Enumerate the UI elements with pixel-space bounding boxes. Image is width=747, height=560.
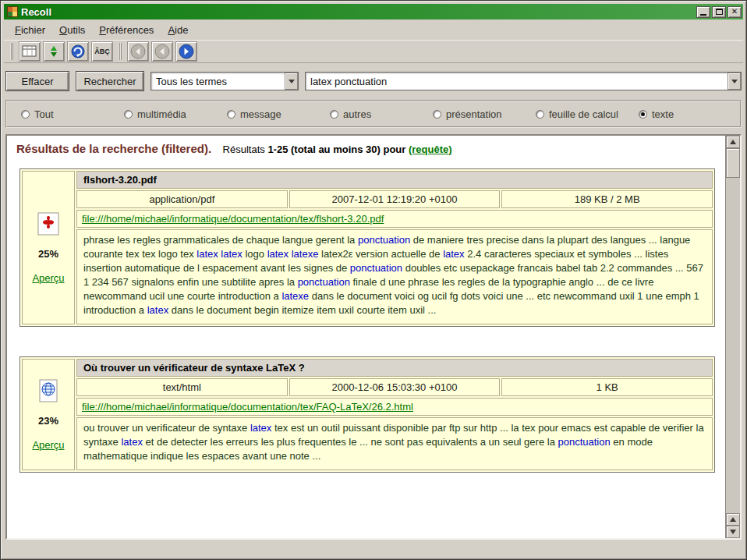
- term-explorer-button[interactable]: ÂBÇ: [91, 41, 113, 62]
- forward-arrow-icon: [179, 44, 194, 59]
- minimize-icon: [700, 14, 706, 16]
- preview-link[interactable]: Aperçu: [32, 272, 64, 284]
- filter-feuille-de-calcul[interactable]: feuille de calcul: [536, 108, 639, 120]
- search-button[interactable]: Rechercher: [76, 71, 144, 91]
- maximize-icon: [716, 9, 723, 15]
- filter-presentation[interactable]: présentation: [433, 108, 536, 120]
- previous-page-button[interactable]: [151, 41, 173, 62]
- search-query-input[interactable]: [306, 76, 728, 87]
- history-globe-icon: [71, 44, 85, 58]
- result-2-main: Où trouver un vérificateur de syntaxe La…: [76, 359, 713, 470]
- scrollbar-thumb[interactable]: [726, 148, 740, 178]
- menu-preferences[interactable]: Préférences: [93, 23, 160, 37]
- document-url-link[interactable]: file:///home/michael/informatique/docume…: [82, 401, 413, 413]
- filter-texte[interactable]: texte: [639, 108, 674, 120]
- result-item-1: 25% Aperçu flshort-3.20.pdf application/…: [19, 168, 715, 327]
- menu-aide[interactable]: Aide: [161, 23, 194, 37]
- search-mode-combobox[interactable]: Tous les termes: [150, 72, 299, 90]
- back-arrow-icon-2: [154, 44, 170, 59]
- menu-fichier[interactable]: Fichier: [9, 23, 51, 37]
- back-arrow-icon: [130, 44, 146, 59]
- radio-icon: [227, 110, 235, 119]
- radio-icon: [536, 110, 544, 119]
- result-url-row: file:///home/michael/informatique/docume…: [76, 210, 713, 228]
- date-modified: 2000-12-06 15:03:30 +0100: [289, 378, 501, 396]
- window-title: Recoll: [21, 6, 695, 18]
- results-area: Résultats de la recherche (filtered). Ré…: [5, 134, 742, 540]
- mime-type: text/html: [76, 378, 288, 396]
- result-snippet: phrase les regles grammaticales de chaqu…: [76, 229, 713, 324]
- toolbar-handle: [10, 43, 13, 60]
- close-button[interactable]: ✕: [728, 6, 742, 18]
- clear-button[interactable]: Effacer: [5, 71, 69, 91]
- radio-icon: [639, 110, 647, 119]
- chevron-down-icon: [731, 80, 738, 83]
- spell-abc-icon: ÂBÇ: [94, 48, 110, 55]
- result-1-main: flshort-3.20.pdf application/pdf 2007-12…: [76, 171, 713, 324]
- mime-type: application/pdf: [76, 190, 288, 208]
- result-meta-row: application/pdf 2007-12-01 12:19:20 +010…: [76, 190, 713, 208]
- result-meta-row: text/html 2000-12-06 15:03:30 +0100 1 KB: [76, 378, 713, 396]
- search-mode-dropdown-button[interactable]: [285, 73, 298, 90]
- filter-message[interactable]: message: [227, 108, 330, 120]
- result-url-row: file:///home/michael/informatique/docume…: [76, 398, 713, 416]
- recoll-window: Recoll ✕ Fichier Outils Préférences Aide…: [0, 0, 747, 560]
- query-details-link[interactable]: (requête): [409, 144, 452, 155]
- pdf-icon: [37, 212, 59, 236]
- first-page-button[interactable]: [127, 41, 149, 62]
- sort-arrows-icon: [47, 44, 61, 58]
- arrow-down-icon: [730, 530, 736, 534]
- result-2-doc-cell: 23% Aperçu: [22, 359, 75, 470]
- arrow-up-icon: [730, 517, 736, 522]
- results-header: Résultats de la recherche (filtered). Ré…: [13, 140, 724, 161]
- relevance-percent: 23%: [38, 415, 58, 427]
- result-snippet: ou trouver un verificateur de syntaxe la…: [76, 417, 713, 470]
- scroll-up-button-bottom[interactable]: [726, 513, 740, 526]
- relevance-percent: 25%: [38, 248, 58, 260]
- search-mode-value: Tous les termes: [151, 76, 285, 87]
- filter-tout[interactable]: Tout: [21, 108, 124, 120]
- sort-results-button[interactable]: [43, 41, 65, 62]
- document-url-link[interactable]: file:///home/michael/informatique/docume…: [82, 213, 384, 225]
- preview-link[interactable]: Aperçu: [32, 439, 64, 451]
- status-bar: [4, 540, 743, 555]
- radio-icon: [124, 110, 133, 119]
- scrollbar-track[interactable]: [726, 178, 740, 513]
- search-bar: Effacer Rechercher Tous les termes: [5, 70, 742, 92]
- results-list: Résultats de la recherche (filtered). Ré…: [7, 136, 724, 538]
- radio-icon: [21, 110, 30, 119]
- toolbar: ÂBÇ: [4, 40, 743, 63]
- menu-outils[interactable]: Outils: [53, 23, 91, 37]
- results-vertical-scrollbar[interactable]: [725, 136, 740, 538]
- scroll-down-button[interactable]: [726, 526, 740, 538]
- maximize-button[interactable]: [712, 6, 726, 18]
- show-history-button[interactable]: [67, 41, 89, 62]
- scroll-up-button[interactable]: [726, 136, 740, 148]
- query-dropdown-button[interactable]: [728, 73, 741, 90]
- date-modified: 2007-12-01 12:19:20 +0100: [289, 190, 501, 208]
- file-size: 189 KB / 2 MB: [501, 190, 713, 208]
- result-item-2: 23% Aperçu Où trouver un vérificateur de…: [19, 356, 715, 473]
- html-page-icon: [37, 379, 59, 402]
- results-stats: Résultats 1-25 (total au moins 30) pour …: [223, 144, 452, 155]
- result-1-doc-cell: 25% Aperçu: [22, 171, 75, 324]
- filter-multimedia[interactable]: multimédia: [124, 108, 227, 120]
- arrow-up-icon: [730, 140, 736, 144]
- titlebar: Recoll ✕: [4, 4, 743, 19]
- radio-icon: [330, 110, 338, 119]
- file-size: 1 KB: [501, 378, 713, 396]
- results-title: Résultats de la recherche (filtered).: [16, 142, 211, 155]
- menubar: Fichier Outils Préférences Aide: [4, 21, 743, 38]
- chevron-down-icon: [289, 80, 295, 83]
- query-combobox: [305, 72, 742, 90]
- radio-icon: [433, 110, 441, 119]
- minimize-button[interactable]: [696, 6, 710, 18]
- recoll-app-icon: [7, 6, 18, 17]
- result-title: flshort-3.20.pdf: [76, 171, 713, 189]
- table-icon: [22, 44, 37, 58]
- next-page-button[interactable]: [175, 41, 197, 62]
- filter-autres[interactable]: autres: [330, 108, 433, 120]
- result-title: Où trouver un vérificateur de syntaxe La…: [76, 359, 713, 377]
- toolbar-handle-2: [119, 43, 122, 60]
- clear-search-button[interactable]: [19, 41, 41, 62]
